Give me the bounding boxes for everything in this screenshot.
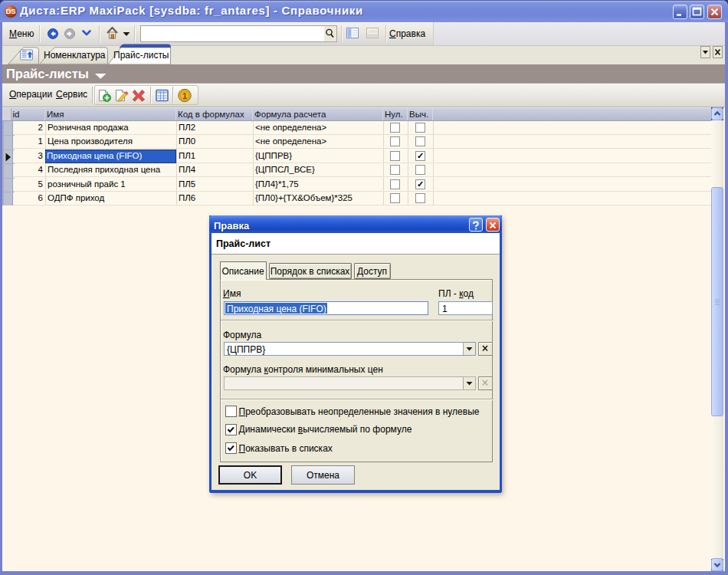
svg-text:1: 1 xyxy=(182,91,187,100)
